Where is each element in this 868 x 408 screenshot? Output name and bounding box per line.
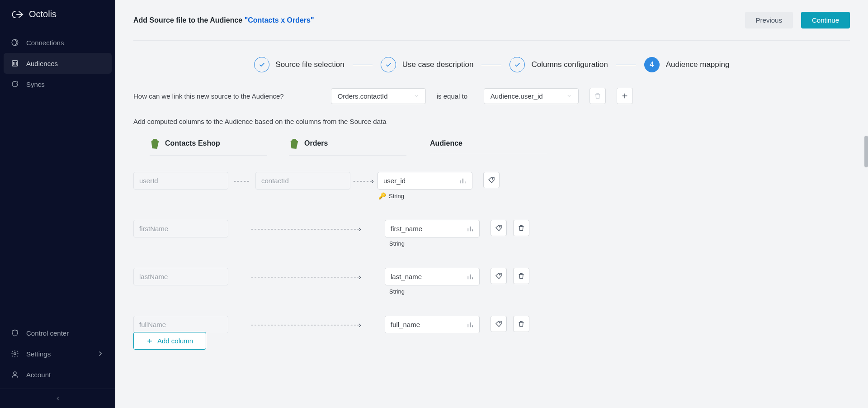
previous-button[interactable]: Previous bbox=[745, 12, 793, 28]
sidebar: Octolis Connections Audiences Syncs Cont… bbox=[0, 0, 115, 408]
link-operator: is equal to bbox=[437, 92, 473, 100]
source1-field-box: firstName bbox=[133, 220, 228, 237]
bar-chart-icon bbox=[467, 273, 474, 280]
mapping-row: fullName -------------------------------… bbox=[133, 306, 850, 333]
audience-field-input[interactable]: user_id bbox=[377, 172, 472, 190]
audience-field-value: user_id bbox=[383, 177, 406, 185]
step-columns-configuration: Columns configuration bbox=[509, 57, 608, 72]
sidebar-item-label: Settings bbox=[26, 350, 51, 358]
delete-row-button[interactable] bbox=[513, 268, 529, 284]
page-title: Add Source file to the Audience "Contact… bbox=[133, 16, 314, 24]
source-field-select[interactable]: Orders.contactId bbox=[331, 88, 426, 104]
audience-type-label: String bbox=[385, 288, 480, 295]
svg-point-6 bbox=[500, 274, 500, 275]
link-condition-row: How can we link this new source to the A… bbox=[133, 86, 850, 118]
svg-point-5 bbox=[500, 226, 500, 227]
source1-field-box: lastName bbox=[133, 268, 228, 285]
title-audience-name: "Contacts x Orders" bbox=[245, 16, 314, 24]
app-logo: Octolis bbox=[0, 0, 115, 28]
audience-field-wrap: last_name String bbox=[385, 268, 480, 295]
octolis-logo-icon bbox=[11, 9, 24, 19]
mapping-row: userId ----- contactId ------› user_id 🔑… bbox=[133, 162, 850, 210]
tag-button[interactable] bbox=[491, 220, 507, 236]
audiences-icon bbox=[11, 59, 19, 67]
sidebar-item-audiences[interactable]: Audiences bbox=[4, 53, 112, 74]
audience-field-select[interactable]: Audience.user_id bbox=[484, 88, 579, 104]
chevron-down-icon bbox=[414, 93, 419, 99]
connections-icon bbox=[11, 38, 19, 47]
mapping-rows: userId ----- contactId ------› user_id 🔑… bbox=[133, 162, 850, 333]
trash-icon bbox=[518, 320, 525, 327]
sidebar-item-label: Connections bbox=[26, 39, 64, 47]
sidebar-item-syncs[interactable]: Syncs bbox=[0, 74, 115, 95]
audience-type-label: String bbox=[385, 240, 480, 247]
syncs-icon bbox=[11, 80, 19, 88]
step-label: Use case description bbox=[402, 60, 474, 69]
select-value: Audience.user_id bbox=[491, 92, 543, 100]
sidebar-item-settings[interactable]: Settings bbox=[0, 343, 115, 364]
sidebar-item-label: Syncs bbox=[26, 81, 45, 88]
connector-arrow: ---------------------------------› bbox=[228, 316, 385, 333]
sidebar-item-label: Control center bbox=[26, 329, 69, 337]
continue-button[interactable]: Continue bbox=[801, 12, 850, 28]
plus-icon bbox=[621, 92, 628, 100]
link-question: How can we link this new source to the A… bbox=[133, 92, 284, 100]
step-use-case-description: Use case description bbox=[381, 57, 474, 72]
audience-field-input[interactable]: first_name bbox=[385, 220, 480, 237]
delete-row-button[interactable] bbox=[513, 220, 529, 236]
add-column-button[interactable]: Add column bbox=[133, 332, 206, 350]
bar-chart-icon bbox=[459, 177, 467, 185]
section-subhead: Add computed columns to the Audience bas… bbox=[133, 118, 850, 133]
check-icon bbox=[254, 57, 269, 72]
mapping-area: Contacts Eshop Orders Audience userId --… bbox=[133, 133, 850, 350]
shield-icon bbox=[11, 329, 19, 337]
gear-icon bbox=[11, 350, 19, 358]
source2-field-box: contactId bbox=[255, 172, 350, 190]
column-header-label: Orders bbox=[304, 139, 328, 147]
audience-field-input[interactable]: full_name bbox=[385, 316, 480, 333]
trash-icon bbox=[594, 92, 601, 100]
select-value: Orders.contactId bbox=[338, 92, 388, 100]
bar-chart-icon bbox=[467, 321, 474, 328]
step-audience-mapping: 4 Audience mapping bbox=[644, 57, 730, 72]
app-name: Octolis bbox=[29, 9, 57, 19]
sidebar-item-connections[interactable]: Connections bbox=[0, 32, 115, 53]
svg-point-4 bbox=[492, 178, 493, 179]
sidebar-collapse-button[interactable] bbox=[0, 389, 115, 408]
chevron-right-icon bbox=[96, 350, 104, 358]
delete-condition-button bbox=[590, 88, 606, 104]
check-icon bbox=[381, 57, 396, 72]
header-actions: Previous Continue bbox=[745, 12, 850, 28]
step-source-file-selection: Source file selection bbox=[254, 57, 344, 72]
row-actions bbox=[472, 172, 500, 188]
tag-button[interactable] bbox=[483, 172, 500, 188]
chevron-down-icon bbox=[566, 93, 572, 99]
row-actions bbox=[480, 220, 529, 236]
tag-icon bbox=[495, 224, 502, 232]
step-label: Audience mapping bbox=[666, 60, 730, 69]
audience-field-wrap: full_name String bbox=[385, 316, 480, 333]
page-header: Add Source file to the Audience "Contact… bbox=[133, 12, 850, 41]
bar-chart-icon bbox=[467, 225, 474, 232]
mapping-row: firstName ------------------------------… bbox=[133, 210, 850, 258]
step-label: Columns configuration bbox=[531, 60, 608, 69]
connector-arrow: ---------------------------------› bbox=[228, 220, 385, 238]
tag-button[interactable] bbox=[491, 316, 507, 332]
sidebar-item-label: Account bbox=[26, 371, 51, 379]
sidebar-item-control-center[interactable]: Control center bbox=[0, 323, 115, 343]
connector-arrow: ---------------------------------› bbox=[228, 268, 385, 286]
add-condition-button[interactable] bbox=[617, 88, 633, 104]
shopify-icon bbox=[150, 138, 160, 149]
connector-arrow: ------› bbox=[350, 172, 377, 190]
column-header-label: Contacts Eshop bbox=[165, 139, 220, 147]
audience-field-input[interactable]: last_name bbox=[385, 268, 480, 285]
add-column-label: Add column bbox=[157, 337, 193, 345]
sidebar-item-label: Audiences bbox=[26, 60, 58, 67]
audience-field-wrap: first_name String bbox=[385, 220, 480, 247]
tag-button[interactable] bbox=[491, 268, 507, 284]
user-icon bbox=[11, 370, 19, 379]
column-header-source1: Contacts Eshop bbox=[150, 138, 267, 156]
sidebar-item-account[interactable]: Account bbox=[0, 364, 115, 385]
delete-row-button[interactable] bbox=[513, 316, 529, 332]
scrollbar-indicator[interactable] bbox=[864, 136, 868, 167]
